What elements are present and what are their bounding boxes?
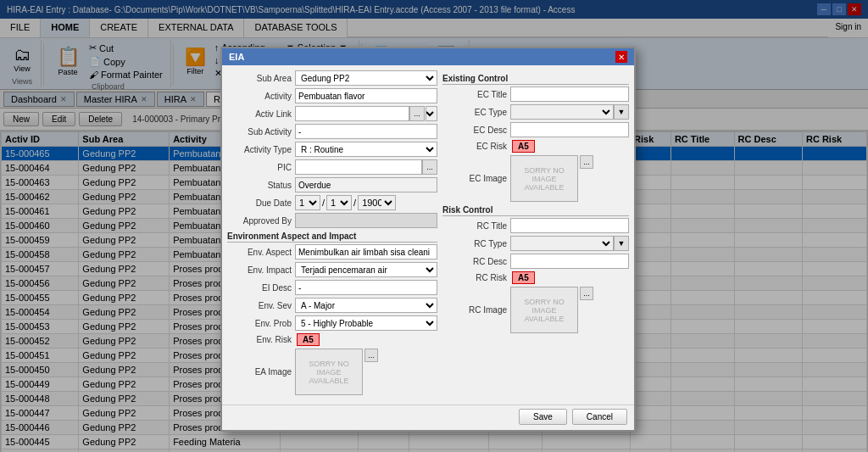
pic-btn[interactable]: ... [422, 159, 437, 175]
pic-input[interactable] [295, 159, 422, 175]
activity-row: Activity [227, 88, 437, 103]
env-risk-row: Env. Risk A5 [227, 333, 437, 346]
status-label: Status [227, 181, 295, 190]
rc-title-input[interactable] [510, 218, 629, 233]
env-prob-select[interactable]: 5 - Highly Probable [295, 315, 437, 331]
ec-desc-input[interactable] [510, 122, 629, 137]
activ-link-dropdown[interactable] [426, 106, 437, 121]
cancel-button[interactable]: Cancel [572, 409, 627, 425]
ec-type-row: EC Type ▼ [442, 104, 629, 120]
ec-title-row: EC Title [442, 86, 629, 102]
ei-desc-row: EI Desc [227, 280, 437, 295]
activ-link-input[interactable] [295, 106, 409, 121]
sub-activity-input[interactable] [295, 124, 437, 139]
modal-title-bar: EIA ✕ [222, 48, 634, 65]
env-risk-badge: A5 [297, 333, 320, 346]
activity-type-label: Activity Type [227, 145, 295, 154]
rc-risk-badge: A5 [512, 271, 535, 284]
sub-area-row: Sub Area Gedung PP2 [227, 70, 437, 86]
env-prob-row: Env. Prob 5 - Highly Probable [227, 315, 437, 331]
rc-image-row: RC Image SORRY NOIMAGEAVAILABLE ... [442, 287, 629, 333]
ec-type-btn[interactable]: ▼ [614, 104, 629, 120]
rc-type-label: RC Type [442, 239, 510, 248]
modal-footer: Save Cancel [222, 405, 634, 430]
rc-type-btn[interactable]: ▼ [614, 236, 629, 251]
ec-risk-badge: A5 [512, 140, 535, 153]
rc-type-row: RC Type ▼ [442, 236, 629, 251]
eia-modal: EIA ✕ Sub Area Gedung PP2 Activity Activ… [220, 47, 636, 432]
activity-type-row: Activity Type R : Routine [227, 142, 437, 157]
existing-control-header: Existing Control [442, 74, 629, 85]
activ-link-row: Activ Link ... [227, 106, 437, 121]
rc-desc-input[interactable] [510, 254, 629, 269]
ea-image-row: EA Image SORRY NOIMAGEAVAILABLE ... [227, 349, 437, 395]
ec-type-label: EC Type [442, 108, 510, 117]
env-aspect-row: Env. Aspect [227, 244, 437, 259]
ec-image-btn[interactable]: ... [580, 155, 593, 169]
ei-desc-label: EI Desc [227, 283, 295, 293]
activ-link-label: Activ Link [227, 109, 295, 119]
save-button[interactable]: Save [519, 409, 567, 425]
rc-desc-row: RC Desc [442, 254, 629, 269]
ea-image-btn[interactable]: ... [364, 349, 378, 362]
rc-risk-row: RC Risk A5 [442, 271, 629, 284]
sub-activity-label: Sub Activity [227, 127, 295, 137]
sub-area-label: Sub Area [227, 74, 295, 83]
sub-activity-row: Sub Activity [227, 124, 437, 139]
rc-title-label: RC Title [442, 221, 510, 231]
pic-row: PIC ... [227, 159, 437, 175]
env-section-header: Environment Aspect and Impact [227, 232, 437, 243]
risk-control-header: Risk Control [442, 205, 629, 216]
due-date-year[interactable]: 1900 [358, 195, 396, 210]
ec-title-input[interactable] [510, 86, 629, 102]
rc-image-placeholder: SORRY NOIMAGEAVAILABLE [510, 287, 578, 333]
env-sev-row: Env. Sev A - Major [227, 298, 437, 313]
approved-by-label: Approved By [227, 216, 295, 226]
env-impact-label: Env. Impact [227, 265, 295, 275]
pic-label: PIC [227, 163, 295, 172]
env-sev-label: Env. Sev [227, 301, 295, 310]
activity-input[interactable] [295, 88, 437, 103]
sub-area-select[interactable]: Gedung PP2 [295, 70, 437, 86]
rc-image-label: RC Image [442, 305, 510, 315]
env-aspect-label: Env. Aspect [227, 248, 295, 257]
ec-type-select[interactable] [510, 104, 614, 120]
ec-title-label: EC Title [442, 90, 510, 99]
activ-link-btn[interactable]: ... [409, 106, 425, 121]
status-input [295, 177, 437, 193]
ea-image-placeholder: SORRY NOIMAGEAVAILABLE [295, 349, 363, 395]
modal-body: Sub Area Gedung PP2 Activity Activ Link … [222, 65, 634, 403]
ea-image-label: EA Image [227, 367, 295, 377]
env-impact-select[interactable]: Terjadi pencemaran air [295, 262, 437, 277]
env-prob-label: Env. Prob [227, 319, 295, 328]
ec-image-row: EC Image SORRY NOIMAGEAVAILABLE ... [442, 155, 629, 202]
modal-title: EIA [229, 52, 244, 62]
rc-title-row: RC Title [442, 218, 629, 233]
due-date-label: Due Date [227, 198, 295, 208]
ec-desc-label: EC Desc [442, 126, 510, 135]
ec-image-label: EC Image [442, 174, 510, 183]
modal-left-panel: Sub Area Gedung PP2 Activity Activ Link … [227, 70, 437, 398]
env-aspect-input[interactable] [295, 244, 437, 259]
rc-image-btn[interactable]: ... [580, 287, 593, 300]
due-date-day[interactable]: 1 [295, 195, 320, 210]
ec-image-placeholder: SORRY NOIMAGEAVAILABLE [510, 155, 578, 202]
due-date-month[interactable]: 1 [326, 195, 352, 210]
approved-by-input[interactable] [295, 213, 437, 228]
env-sev-select[interactable]: A - Major [295, 298, 437, 313]
modal-close-button[interactable]: ✕ [615, 51, 627, 63]
approved-by-row: Approved By [227, 213, 437, 228]
ec-desc-row: EC Desc [442, 122, 629, 137]
rc-risk-label: RC Risk [442, 273, 510, 282]
ei-desc-input[interactable] [295, 280, 437, 295]
rc-desc-label: RC Desc [442, 257, 510, 266]
env-impact-row: Env. Impact Terjadi pencemaran air [227, 262, 437, 277]
due-date-row: Due Date 1 / 1 / 1900 [227, 195, 437, 210]
ec-risk-row: EC Risk A5 [442, 140, 629, 153]
env-risk-label: Env. Risk [227, 335, 295, 344]
activity-label: Activity [227, 92, 295, 101]
rc-type-select[interactable] [510, 236, 614, 251]
activity-type-select[interactable]: R : Routine [295, 142, 437, 157]
status-row: Status [227, 177, 437, 193]
ec-risk-label: EC Risk [442, 142, 510, 151]
